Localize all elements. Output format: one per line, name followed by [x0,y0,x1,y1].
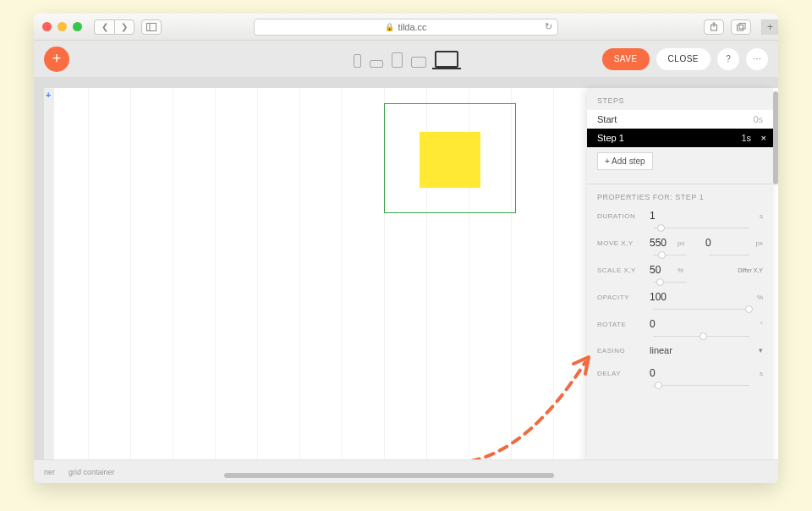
address-text: 🔒 tilda.cc [263,22,549,32]
horizontal-scrollbar[interactable] [224,473,554,478]
status-bar: ner grid container [34,459,778,483]
prop-opacity-slider[interactable] [653,309,749,310]
grid-guide [553,88,554,473]
traffic-lights [42,22,82,31]
add-element-corner-icon[interactable]: + [46,90,51,100]
prop-scale-slider[interactable] [653,282,687,283]
step-start-label: Start [597,114,617,124]
prop-move-x-unit: px [678,239,684,247]
device-tablet-landscape-icon[interactable] [411,57,426,68]
prop-easing-row[interactable]: EASING linear ▾ [597,345,763,355]
forward-button[interactable]: ❯ [114,19,134,35]
prop-easing-value: linear [650,345,672,355]
nav-buttons: ❮ ❯ [94,19,134,35]
prop-duration-label: DURATION [597,212,643,220]
panel-scrollbar[interactable] [773,91,778,184]
share-icon[interactable] [704,19,724,35]
prop-move-y-value[interactable]: 0 [705,237,731,249]
animation-panel: STEPS Start 0s Step 1 1s × + Add step PR… [587,88,773,481]
prop-delay-row: DELAY 0 s [597,367,763,379]
grid-guide [299,88,300,473]
grid-guide [88,88,89,473]
grid-guide [342,88,343,473]
add-step-button[interactable]: + Add step [597,152,653,170]
refresh-icon[interactable]: ↻ [545,21,552,32]
prop-opacity-unit: % [757,294,763,301]
prop-scale-row: SCALE X,Y 50 % Differ X,Y [597,264,763,276]
more-button[interactable]: ⋯ [746,48,768,70]
step-start-row[interactable]: Start 0s [587,110,773,129]
workspace: + STEPS Start 0s Step 1 [34,78,778,483]
prop-scale-value[interactable]: 50 [650,264,675,276]
prop-rotate-unit: ° [760,321,763,328]
step-1-row[interactable]: Step 1 1s × [587,129,773,147]
grid-guide [215,88,216,473]
step-remove-icon[interactable]: × [761,133,766,143]
address-bar[interactable]: 🔒 tilda.cc ↻ [254,19,558,36]
device-switcher [354,51,458,68]
prop-move-y-unit: px [756,239,763,247]
svg-rect-5 [739,23,745,29]
prop-rotate-value[interactable]: 0 [650,318,675,330]
lock-icon: 🔒 [385,23,394,31]
prop-rotate-label: ROTATE [597,321,643,328]
status-breadcrumb-2[interactable]: grid container [69,468,115,476]
prop-move-x-value[interactable]: 550 [650,237,675,249]
steps-title: STEPS [587,88,773,110]
prop-scale-unit: % [678,266,683,274]
prop-move-y-slider[interactable] [709,255,749,256]
close-button[interactable]: CLOSE [656,48,710,70]
maximize-window-icon[interactable] [73,22,82,31]
new-tab-button[interactable]: + [761,19,778,35]
url-text: tilda.cc [398,22,426,32]
prop-delay-value[interactable]: 0 [650,367,675,379]
grid-guide [173,88,173,473]
prop-duration-unit: s [760,212,763,220]
prop-rotate-row: ROTATE 0 ° [597,318,763,330]
grid-guide [257,88,258,473]
prop-opacity-row: OPACITY 100 % [597,291,763,303]
save-button[interactable]: SAVE [602,48,650,70]
svg-rect-0 [147,23,156,30]
device-tablet-portrait-icon[interactable] [392,52,403,68]
app-toolbar: + SAVE CLOSE ? ⋯ [34,41,778,78]
toolbar-right-buttons: SAVE CLOSE ? ⋯ [602,48,768,70]
browser-right-tools: + [704,19,770,35]
prop-scale-differ[interactable]: Differ X,Y [738,267,763,273]
prop-duration-slider[interactable] [653,228,749,228]
status-breadcrumb-1[interactable]: ner [44,468,55,476]
add-button[interactable]: + [44,47,69,72]
properties-block: PROPERTIES FOR: STEP 1 DURATION 1 s MOVE… [587,184,773,379]
step-1-label: Step 1 [597,133,624,143]
close-window-icon[interactable] [42,22,52,31]
step-1-time: 1s [741,133,751,143]
prop-delay-slider[interactable] [653,385,749,386]
prop-scale-label: SCALE X,Y [597,266,643,274]
prop-move-x-slider[interactable] [653,255,687,256]
prop-move-row: MOVE X,Y 550 px 0 px [597,237,763,249]
help-button[interactable]: ? [717,48,739,70]
prop-rotate-slider[interactable] [653,336,749,337]
ruler-vertical [34,78,44,483]
sidebar-toggle-button[interactable] [141,19,162,35]
canvas-element-shape[interactable] [420,132,480,188]
browser-chrome: ❮ ❯ 🔒 tilda.cc ↻ + [34,14,778,41]
device-phone-landscape-icon[interactable] [370,60,383,68]
back-button[interactable]: ❮ [94,19,114,35]
browser-window: ❮ ❯ 🔒 tilda.cc ↻ + + [34,14,778,483]
prop-move-label: MOVE X,Y [597,239,643,247]
tabs-icon[interactable] [731,19,751,35]
prop-easing-label: EASING [597,347,643,354]
device-phone-portrait-icon[interactable] [354,54,361,68]
step-start-time: 0s [753,114,763,124]
prop-duration-value[interactable]: 1 [650,210,675,222]
prop-delay-label: DELAY [597,370,643,377]
device-desktop-icon[interactable] [435,51,458,68]
grid-guide [130,88,131,473]
properties-title: PROPERTIES FOR: STEP 1 [597,193,763,201]
prop-opacity-value[interactable]: 100 [650,291,675,303]
chevron-down-icon: ▾ [759,346,763,354]
svg-rect-4 [737,25,743,30]
minimize-window-icon[interactable] [58,22,67,31]
prop-duration-row: DURATION 1 s [597,210,763,222]
